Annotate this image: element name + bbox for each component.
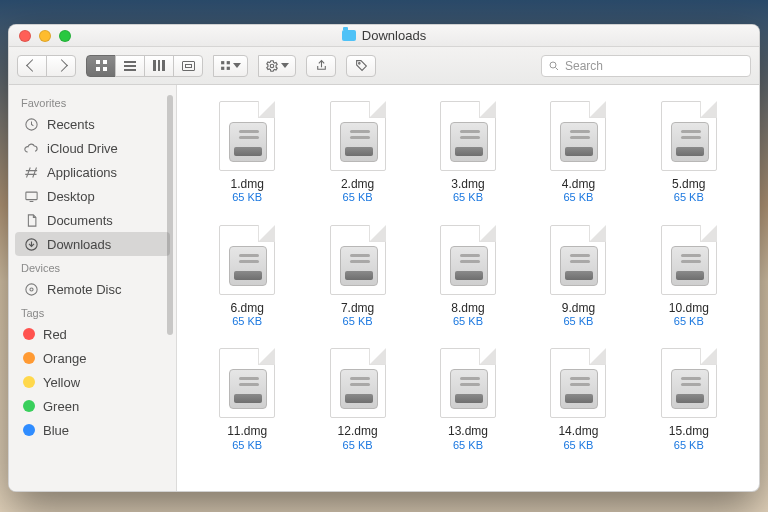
file-size: 65 KB <box>232 439 262 452</box>
file-item[interactable]: 13.dmg65 KB <box>420 348 516 452</box>
sidebar-item-label: Recents <box>47 117 95 132</box>
file-item[interactable]: 9.dmg65 KB <box>530 225 626 329</box>
drive-icon <box>450 122 488 162</box>
sidebar-item-label: Applications <box>47 165 117 180</box>
tag-dot-icon <box>23 424 35 436</box>
list-icon <box>124 61 136 71</box>
drive-icon <box>229 246 267 286</box>
sidebar-header-favorites: Favorites <box>9 91 176 112</box>
file-item[interactable]: 10.dmg65 KB <box>641 225 737 329</box>
sidebar-tag-yellow[interactable]: Yellow <box>9 370 176 394</box>
desktop-background: Downloads <box>0 0 768 512</box>
file-name: 3.dmg <box>451 177 484 191</box>
share-button[interactable] <box>306 55 336 77</box>
downloads-icon <box>23 236 39 252</box>
grid-small-icon <box>221 61 230 70</box>
drive-icon <box>340 369 378 409</box>
sidebar-item-label: Green <box>43 399 79 414</box>
file-thumbnail <box>440 225 496 295</box>
sidebar-item-desktop[interactable]: Desktop <box>9 184 176 208</box>
view-columns-button[interactable] <box>144 55 174 77</box>
file-item[interactable]: 14.dmg65 KB <box>530 348 626 452</box>
drive-icon <box>671 246 709 286</box>
file-thumbnail <box>661 101 717 171</box>
sidebar-header-tags: Tags <box>9 301 176 322</box>
file-item[interactable]: 5.dmg65 KB <box>641 101 737 205</box>
file-grid: 1.dmg65 KB2.dmg65 KB3.dmg65 KB4.dmg65 KB… <box>199 101 737 452</box>
forward-button[interactable] <box>46 55 76 77</box>
toolbar: Search <box>9 47 759 85</box>
file-size: 65 KB <box>563 191 593 204</box>
file-item[interactable]: 11.dmg65 KB <box>199 348 295 452</box>
file-item[interactable]: 3.dmg65 KB <box>420 101 516 205</box>
sidebar-tag-orange[interactable]: Orange <box>9 346 176 370</box>
file-name: 9.dmg <box>562 301 595 315</box>
file-pane[interactable]: 1.dmg65 KB2.dmg65 KB3.dmg65 KB4.dmg65 KB… <box>177 85 759 491</box>
sidebar-item-documents[interactable]: Documents <box>9 208 176 232</box>
file-size: 65 KB <box>232 191 262 204</box>
sidebar-item-downloads[interactable]: Downloads <box>15 232 170 256</box>
file-name: 1.dmg <box>231 177 264 191</box>
sidebar-scrollbar[interactable] <box>167 95 173 335</box>
titlebar[interactable]: Downloads <box>9 25 759 47</box>
sidebar-item-label: Remote Disc <box>47 282 121 297</box>
sidebar-item-icloud[interactable]: iCloud Drive <box>9 136 176 160</box>
file-item[interactable]: 4.dmg65 KB <box>530 101 626 205</box>
arrange-button[interactable] <box>213 55 248 77</box>
view-list-button[interactable] <box>115 55 145 77</box>
disc-icon <box>23 281 39 297</box>
file-size: 65 KB <box>453 315 483 328</box>
sidebar-tag-blue[interactable]: Blue <box>9 418 176 442</box>
file-name: 13.dmg <box>448 424 488 438</box>
close-button[interactable] <box>19 30 31 42</box>
minimize-button[interactable] <box>39 30 51 42</box>
sidebar-item-remote-disc[interactable]: Remote Disc <box>9 277 176 301</box>
file-item[interactable]: 2.dmg65 KB <box>309 101 405 205</box>
sidebar-item-recents[interactable]: Recents <box>9 112 176 136</box>
tag-dot-icon <box>23 352 35 364</box>
sidebar-tag-red[interactable]: Red <box>9 322 176 346</box>
zoom-button[interactable] <box>59 30 71 42</box>
file-thumbnail <box>330 225 386 295</box>
file-name: 2.dmg <box>341 177 374 191</box>
cloud-icon <box>23 140 39 156</box>
file-item[interactable]: 7.dmg65 KB <box>309 225 405 329</box>
applications-icon <box>23 164 39 180</box>
file-thumbnail <box>219 101 275 171</box>
search-icon <box>548 60 560 72</box>
file-name: 12.dmg <box>338 424 378 438</box>
sidebar-item-applications[interactable]: Applications <box>9 160 176 184</box>
drive-icon <box>340 246 378 286</box>
svg-rect-4 <box>25 192 36 200</box>
drive-icon <box>671 122 709 162</box>
file-size: 65 KB <box>232 315 262 328</box>
sidebar-item-label: Yellow <box>43 375 80 390</box>
chevron-down-icon <box>233 63 241 68</box>
file-item[interactable]: 1.dmg65 KB <box>199 101 295 205</box>
svg-point-0 <box>270 64 274 68</box>
view-gallery-button[interactable] <box>173 55 203 77</box>
desktop-icon <box>23 188 39 204</box>
drive-icon <box>560 246 598 286</box>
file-item[interactable]: 12.dmg65 KB <box>309 348 405 452</box>
back-button[interactable] <box>17 55 47 77</box>
drive-icon <box>560 122 598 162</box>
file-thumbnail <box>440 101 496 171</box>
sidebar: Favorites Recents iCloud Drive Applicati… <box>9 85 177 491</box>
sidebar-header-devices: Devices <box>9 256 176 277</box>
sidebar-tag-green[interactable]: Green <box>9 394 176 418</box>
file-thumbnail <box>330 348 386 418</box>
file-item[interactable]: 15.dmg65 KB <box>641 348 737 452</box>
search-field[interactable]: Search <box>541 55 751 77</box>
view-icon-button[interactable] <box>86 55 116 77</box>
drive-icon <box>560 369 598 409</box>
window-controls <box>19 30 71 42</box>
drive-icon <box>450 369 488 409</box>
action-button[interactable] <box>258 55 296 77</box>
file-thumbnail <box>550 225 606 295</box>
finder-window: Downloads <box>8 24 760 492</box>
file-item[interactable]: 8.dmg65 KB <box>420 225 516 329</box>
file-item[interactable]: 6.dmg65 KB <box>199 225 295 329</box>
window-title: Downloads <box>362 28 426 43</box>
tags-button[interactable] <box>346 55 376 77</box>
